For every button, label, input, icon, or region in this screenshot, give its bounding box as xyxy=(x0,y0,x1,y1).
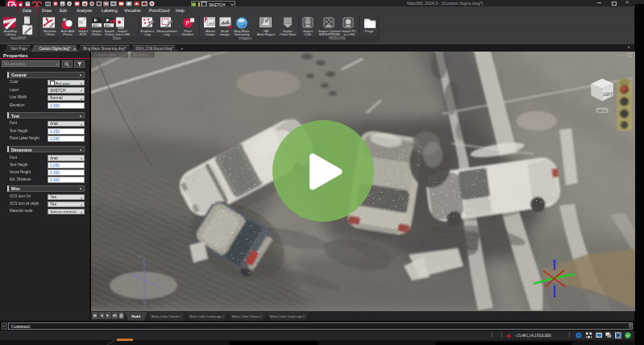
svg-text:Realistic: Realistic xyxy=(133,53,148,57)
svg-text:z: z xyxy=(138,254,140,259)
svg-text:x: x xyxy=(122,276,124,281)
svg-text:WCS: WCS xyxy=(598,109,606,113)
svg-text:LGS: LGS xyxy=(305,17,310,20)
svg-text:Custom View: Custom View xyxy=(93,53,117,57)
svg-text:P: P xyxy=(186,20,190,26)
svg-text:Purge: Purge xyxy=(365,29,375,33)
svg-text:LEFT: LEFT xyxy=(604,93,613,97)
